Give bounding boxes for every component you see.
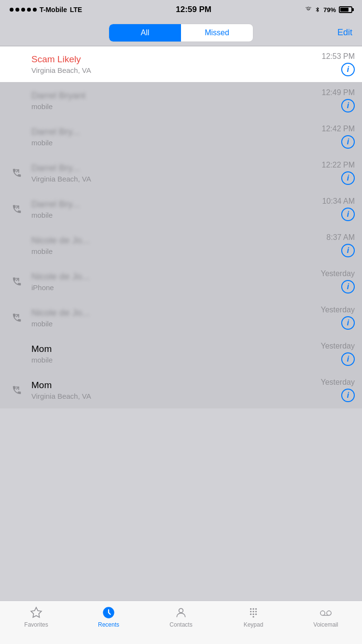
svg-point-4 bbox=[252, 608, 254, 610]
bluetooth-icon bbox=[315, 6, 320, 13]
svg-point-9 bbox=[250, 614, 251, 615]
list-item[interactable]: Darrel Bry... Virginia Beach, VA 12:22 P… bbox=[0, 155, 362, 191]
call-time: 12:22 PM bbox=[322, 161, 355, 169]
svg-point-12 bbox=[252, 616, 254, 617]
call-sub: mobile bbox=[31, 320, 316, 328]
info-button[interactable]: i bbox=[341, 280, 355, 294]
call-icon-area bbox=[7, 168, 27, 178]
tab-contacts[interactable]: Contacts bbox=[145, 606, 217, 628]
tab-label-keypad: Keypad bbox=[244, 621, 264, 628]
call-info: Darrel Bry... mobile bbox=[27, 199, 322, 219]
status-left: T-Mobile LTE bbox=[10, 6, 82, 14]
call-info: Nicole de Jo... mobile bbox=[27, 235, 326, 255]
call-meta: 12:49 PM i bbox=[322, 88, 355, 112]
call-meta: 12:53 PM i bbox=[322, 52, 355, 76]
outgoing-call-icon bbox=[12, 204, 22, 214]
call-name: Nicole de Jo... bbox=[31, 235, 321, 246]
tab-keypad[interactable]: Keypad bbox=[217, 606, 290, 628]
call-meta: 12:42 PM i bbox=[322, 125, 355, 149]
call-time: 10:34 AM bbox=[322, 197, 355, 206]
call-list: Scam Likely Virginia Beach, VA 12:53 PM … bbox=[0, 46, 362, 408]
call-icon-area bbox=[7, 276, 27, 287]
svg-point-13 bbox=[320, 611, 325, 615]
call-info: Mom mobile bbox=[27, 344, 320, 364]
alarm-icon bbox=[305, 6, 312, 13]
info-button[interactable]: i bbox=[341, 316, 355, 330]
outgoing-call-icon bbox=[12, 168, 22, 178]
recents-icon bbox=[102, 606, 115, 619]
call-name: Scam Likely bbox=[31, 54, 317, 65]
svg-point-3 bbox=[250, 608, 251, 610]
call-meta: Yesterday i bbox=[320, 378, 355, 402]
call-time: Yesterday bbox=[320, 306, 355, 314]
info-button[interactable]: i bbox=[341, 244, 355, 257]
contacts-icon bbox=[174, 606, 188, 619]
call-time: Yesterday bbox=[320, 269, 355, 278]
battery-percent: 79% bbox=[323, 6, 336, 14]
list-item[interactable]: Nicole de Jo... mobile 8:37 AM i bbox=[0, 227, 362, 264]
info-button[interactable]: i bbox=[341, 99, 355, 112]
call-info: Nicole de Jo... mobile bbox=[27, 308, 320, 328]
tab-bar: Favorites Recents Contacts bbox=[0, 601, 362, 644]
call-sub: mobile bbox=[31, 102, 317, 111]
segment-missed[interactable]: Missed bbox=[181, 24, 253, 42]
call-name: Mom bbox=[31, 344, 316, 355]
list-item[interactable]: Nicole de Jo... iPhone Yesterday i bbox=[0, 264, 362, 300]
call-name: Darrel Bryant bbox=[31, 90, 317, 101]
call-icon-area bbox=[7, 312, 27, 323]
svg-point-7 bbox=[252, 611, 254, 612]
list-item[interactable]: Mom Virginia Beach, VA Yesterday i bbox=[0, 372, 362, 408]
segment-control[interactable]: All Missed bbox=[109, 24, 253, 42]
info-button[interactable]: i bbox=[341, 208, 355, 221]
call-sub: mobile bbox=[31, 247, 321, 255]
status-bar: T-Mobile LTE 12:59 PM 79% bbox=[0, 0, 362, 19]
svg-marker-0 bbox=[31, 607, 42, 617]
svg-point-2 bbox=[179, 608, 183, 613]
edit-button[interactable]: Edit bbox=[337, 28, 352, 38]
call-name: Nicole de Jo... bbox=[31, 271, 316, 282]
call-time: Yesterday bbox=[320, 378, 355, 387]
list-item[interactable]: Darrel Bry... mobile 12:42 PM i bbox=[0, 119, 362, 155]
outgoing-call-icon bbox=[12, 312, 22, 323]
info-button[interactable]: i bbox=[341, 352, 355, 366]
list-item[interactable]: Nicole de Jo... mobile Yesterday i bbox=[0, 300, 362, 336]
call-info: Darrel Bry... Virginia Beach, VA bbox=[27, 163, 322, 183]
tab-label-voicemail: Voicemail bbox=[313, 621, 338, 628]
call-time: 12:42 PM bbox=[322, 125, 355, 133]
list-item[interactable]: Darrel Bry... mobile 10:34 AM i bbox=[0, 191, 362, 227]
call-meta: Yesterday i bbox=[320, 269, 355, 294]
svg-point-11 bbox=[255, 614, 257, 615]
info-button[interactable]: i bbox=[341, 171, 355, 185]
outgoing-call-icon bbox=[12, 385, 22, 395]
svg-point-8 bbox=[255, 611, 257, 612]
list-item[interactable]: Darrel Bryant mobile 12:49 PM i bbox=[0, 83, 362, 119]
tab-favorites[interactable]: Favorites bbox=[0, 606, 72, 628]
call-meta: 10:34 AM i bbox=[322, 197, 355, 221]
info-button[interactable]: i bbox=[341, 389, 355, 402]
tab-label-recents: Recents bbox=[98, 621, 119, 628]
call-info: Darrel Bry... mobile bbox=[27, 126, 322, 147]
segment-all[interactable]: All bbox=[109, 24, 181, 42]
tab-voicemail[interactable]: Voicemail bbox=[290, 606, 362, 628]
list-item[interactable]: Scam Likely Virginia Beach, VA 12:53 PM … bbox=[0, 46, 362, 83]
call-time: 12:49 PM bbox=[322, 88, 355, 97]
svg-point-5 bbox=[255, 608, 257, 610]
info-button[interactable]: i bbox=[341, 63, 355, 76]
call-info: Darrel Bryant mobile bbox=[27, 90, 322, 111]
call-sub: Virginia Beach, VA bbox=[31, 175, 317, 183]
call-sub: mobile bbox=[31, 356, 316, 364]
list-item[interactable]: Mom mobile Yesterday i bbox=[0, 336, 362, 372]
battery-icon bbox=[339, 6, 352, 13]
call-name: Darrel Bry... bbox=[31, 126, 317, 138]
call-meta: 12:22 PM i bbox=[322, 161, 355, 185]
info-button[interactable]: i bbox=[341, 135, 355, 149]
signal-dots bbox=[10, 8, 37, 12]
call-sub: Virginia Beach, VA bbox=[31, 66, 317, 74]
call-name: Mom bbox=[31, 380, 316, 391]
tab-recents[interactable]: Recents bbox=[72, 606, 145, 628]
call-icon-area bbox=[7, 204, 27, 214]
call-sub: mobile bbox=[31, 211, 317, 219]
call-meta: Yesterday i bbox=[320, 342, 355, 366]
tab-label-favorites: Favorites bbox=[24, 621, 48, 628]
voicemail-icon bbox=[319, 606, 333, 619]
